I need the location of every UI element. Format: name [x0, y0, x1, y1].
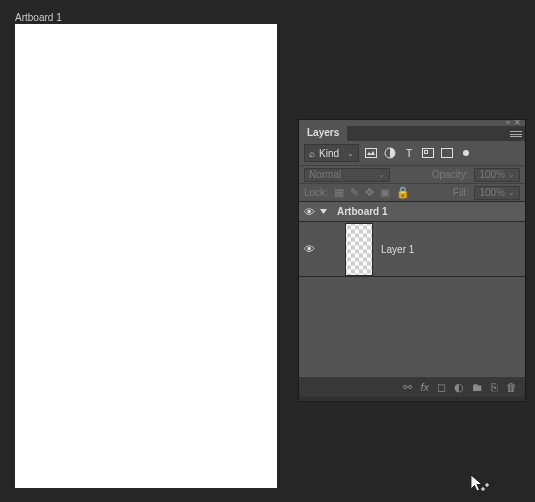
lock-move-icon[interactable]: ✥	[365, 186, 374, 199]
lock-artboard-icon[interactable]: ▣	[380, 186, 390, 199]
chevron-down-icon: ⌄	[378, 170, 385, 179]
layer-thumbnail[interactable]	[345, 223, 373, 276]
blend-mode-dropdown[interactable]: Normal ⌄	[304, 168, 390, 182]
blend-mode-label: Normal	[309, 169, 341, 180]
cursor-icon	[471, 475, 491, 495]
layers-empty-area[interactable]	[299, 277, 525, 377]
filter-type-icon[interactable]: T	[402, 146, 416, 160]
svg-rect-4	[425, 151, 428, 154]
fill-value: 100%	[479, 187, 505, 198]
link-layers-icon[interactable]: ⚯	[403, 381, 412, 394]
artboard-title: Artboard 1	[15, 12, 62, 23]
panel-tabs: Layers	[299, 126, 525, 141]
filter-pixel-icon[interactable]	[364, 146, 378, 160]
filter-row: ⌕ Kind ⌄ T	[299, 141, 525, 166]
svg-text:T: T	[406, 148, 413, 158]
fill-input[interactable]: 100% ⌄	[474, 186, 520, 200]
lock-label: Lock:	[304, 187, 328, 198]
disclosure-icon[interactable]	[319, 207, 333, 216]
lock-brush-icon[interactable]: ✎	[350, 186, 359, 199]
filter-kind-dropdown[interactable]: ⌕ Kind ⌄	[304, 144, 359, 162]
visibility-toggle[interactable]: 👁	[299, 243, 319, 255]
layers-bottom-bar: ⚯ fx ◻ ◐ 🖿 ⎘ 🗑	[299, 377, 525, 397]
visibility-toggle[interactable]: 👁	[299, 206, 319, 218]
blend-row: Normal ⌄ Opacity: 100% ⌄	[299, 166, 525, 184]
opacity-input[interactable]: 100% ⌄	[474, 168, 520, 182]
adjustment-layer-icon[interactable]: ◐	[454, 381, 464, 394]
layer-row[interactable]: 👁 Layer 1	[299, 222, 525, 277]
new-layer-icon[interactable]: ⎘	[491, 381, 498, 393]
panel-resize-bar[interactable]	[299, 397, 525, 401]
lock-row: Lock: ▦ ✎ ✥ ▣ 🔒 Fill: 100% ⌄	[299, 184, 525, 202]
layer-name[interactable]: Artboard 1	[333, 206, 388, 217]
folder-icon[interactable]: 🖿	[472, 381, 483, 393]
trash-icon[interactable]: 🗑	[506, 381, 517, 393]
opacity-value: 100%	[479, 169, 505, 180]
layer-name[interactable]: Layer 1	[373, 244, 414, 255]
layer-mask-icon[interactable]: ◻	[437, 381, 446, 394]
panel-menu-button[interactable]	[507, 126, 525, 141]
artboard-layer-row[interactable]: 👁 Artboard 1	[299, 202, 525, 222]
lock-all-icon[interactable]: 🔒	[396, 186, 410, 199]
chevron-down-icon: ⌄	[508, 170, 515, 179]
chevron-down-icon: ⌄	[347, 149, 354, 158]
tab-layers[interactable]: Layers	[299, 126, 347, 141]
filter-shape-icon[interactable]	[421, 146, 435, 160]
filter-adjustment-icon[interactable]	[383, 146, 397, 160]
fill-label: Fill:	[453, 187, 469, 198]
layer-fx-icon[interactable]: fx	[420, 381, 429, 393]
svg-rect-0	[366, 149, 377, 158]
opacity-label: Opacity:	[432, 169, 469, 180]
artboard-canvas[interactable]	[15, 24, 277, 488]
svg-rect-5	[442, 149, 453, 158]
filter-smart-icon[interactable]	[440, 146, 454, 160]
search-icon: ⌕	[309, 148, 315, 159]
chevron-down-icon: ⌄	[508, 188, 515, 197]
layers-panel: « ✕ Layers ⌕ Kind ⌄ T Normal ⌄ Opacity: …	[298, 119, 526, 402]
lock-transparency-icon[interactable]: ▦	[334, 186, 344, 199]
filter-label: Kind	[319, 148, 339, 159]
layers-list: 👁 Artboard 1 👁 Layer 1	[299, 202, 525, 377]
filter-toggle[interactable]	[459, 146, 473, 160]
